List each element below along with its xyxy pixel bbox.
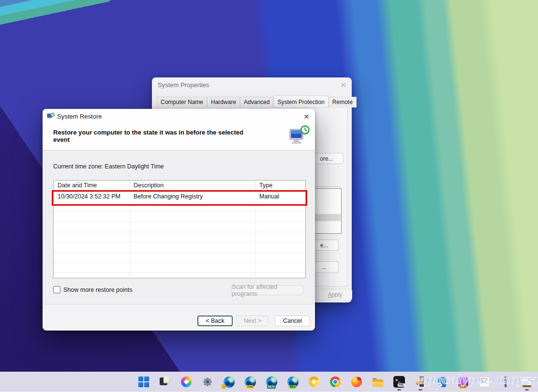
table-empty-row <box>54 202 305 212</box>
column-header-type[interactable]: Type <box>255 181 305 191</box>
column-header-date-time[interactable]: Date and Time <box>54 181 130 191</box>
cell-type: Manual <box>255 191 305 202</box>
running-indicator <box>525 389 529 391</box>
tab-advanced[interactable]: Advanced <box>240 97 273 107</box>
dev-badge: DEV <box>289 385 297 389</box>
scan-for-affected-programs-button[interactable]: Scan for affected programs <box>231 285 304 295</box>
table-empty-row <box>54 222 305 232</box>
globe-icon: e <box>437 382 442 388</box>
firefox-icon[interactable] <box>350 376 363 388</box>
settings-gear-icon[interactable] <box>201 376 214 388</box>
taskbar-icons: CAN BETA DEV >_ PRE <box>137 376 533 388</box>
taskbar: CAN BETA DEV >_ PRE <box>0 372 538 392</box>
media-wave-icon[interactable] <box>499 376 512 388</box>
system-restore-window: System Restore × Restore your computer t… <box>43 109 315 330</box>
system-restore-title: System Restore <box>57 113 102 120</box>
edge-browser-icon[interactable] <box>223 376 235 388</box>
tab-remote[interactable]: Remote <box>329 97 357 107</box>
scissors-icon: ✂ <box>481 379 485 385</box>
listbox-selected-row[interactable] <box>313 214 341 221</box>
apply-button[interactable]: Apply <box>318 289 352 300</box>
show-more-restore-points-control[interactable]: Show more restore points <box>53 286 132 293</box>
cell-description: Before Changing Registry <box>130 191 255 202</box>
running-indicator <box>397 389 401 391</box>
video-editor-icon[interactable] <box>414 376 427 388</box>
next-button[interactable]: Next > <box>237 316 269 326</box>
running-indicator <box>418 389 422 391</box>
edge-dev-icon[interactable]: DEV <box>286 376 299 388</box>
back-button[interactable]: < Back <box>197 316 233 326</box>
file-explorer-icon[interactable] <box>372 376 384 388</box>
paint-pre-badge: PRE <box>460 385 467 389</box>
tab-computer-name[interactable]: Computer Name <box>157 97 207 107</box>
system-properties-tabs: Computer Name Hardware Advanced System P… <box>157 96 357 107</box>
chrome-canary-icon[interactable] <box>308 376 320 388</box>
table-header-row: Date and Time Description Type <box>54 181 305 191</box>
beta-badge: BETA <box>267 385 276 389</box>
chrome-icon[interactable] <box>329 376 342 388</box>
start-button-icon[interactable] <box>137 376 150 388</box>
wizard-heading: Restore your computer to the state it wa… <box>53 129 261 143</box>
column-header-description[interactable]: Description <box>130 181 255 191</box>
copilot-icon[interactable] <box>180 376 193 388</box>
paint-preview-icon[interactable]: PRE <box>457 376 469 388</box>
table-empty-row <box>54 263 305 273</box>
terminal-pre-badge: PRE <box>398 383 405 387</box>
close-icon[interactable]: × <box>304 112 309 121</box>
show-more-checkbox[interactable] <box>53 286 60 293</box>
edge-canary-icon[interactable]: CAN <box>244 376 256 388</box>
edge-beta-icon[interactable]: BETA <box>265 376 278 388</box>
restore-points-table[interactable]: Date and Time Description Type 10/30/202… <box>53 180 306 278</box>
protection-drives-listbox[interactable] <box>312 188 342 234</box>
system-restore-icon <box>47 112 55 120</box>
sort-indicator-icon <box>77 180 80 183</box>
tab-hardware[interactable]: Hardware <box>207 97 240 107</box>
web-document-icon[interactable]: e <box>435 376 448 388</box>
canary-badge: CAN <box>246 385 254 389</box>
notes-app-icon[interactable] <box>521 376 533 388</box>
table-empty-row <box>54 242 305 253</box>
table-empty-row <box>54 212 305 222</box>
close-icon[interactable]: × <box>341 80 346 90</box>
timezone-label: Current time zone: Eastern Daylight Time <box>53 163 164 170</box>
system-restore-titlebar[interactable]: System Restore × <box>43 109 315 123</box>
table-empty-row <box>54 232 305 242</box>
system-properties-title: System Properties <box>158 81 209 89</box>
show-more-label: Show more restore points <box>63 286 132 293</box>
system-restore-computer-icon <box>289 124 310 146</box>
photos-app-icon[interactable] <box>159 376 171 388</box>
snipping-tool-icon[interactable]: ✂ <box>478 376 491 388</box>
lock-badge-icon <box>222 384 226 389</box>
system-properties-titlebar[interactable]: System Properties × <box>152 77 352 94</box>
wizard-footer: < Back Next > Cancel <box>43 304 315 331</box>
cell-date-time: 10/30/2024 3:52:32 PM <box>54 191 130 202</box>
cancel-button[interactable]: Cancel <box>275 316 310 326</box>
terminal-icon[interactable]: >_ PRE <box>393 376 405 388</box>
desktop: System Properties × Computer Name Hardwa… <box>0 0 538 392</box>
table-row-restore-point[interactable]: 10/30/2024 3:52:32 PM Before Changing Re… <box>54 191 305 202</box>
table-empty-row <box>54 253 305 263</box>
table-empty-row <box>54 273 305 283</box>
tab-system-protection[interactable]: System Protection <box>273 95 328 107</box>
